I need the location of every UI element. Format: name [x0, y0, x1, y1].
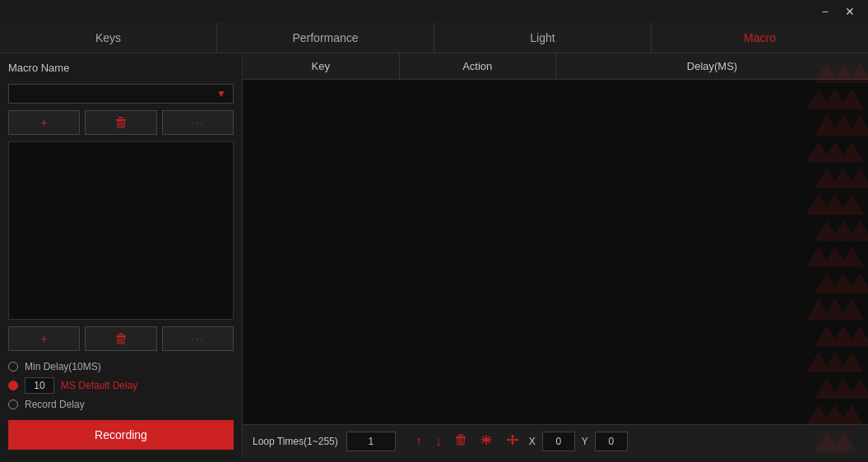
svg-rect-6: [118, 334, 123, 335]
svg-marker-65: [511, 435, 514, 437]
svg-marker-21: [839, 141, 864, 162]
chevron-down-icon[interactable]: ▼: [216, 88, 226, 99]
col-header-key: Key: [243, 53, 400, 79]
record-delay-radio[interactable]: [8, 400, 18, 409]
svg-marker-38: [806, 299, 831, 320]
svg-marker-35: [815, 273, 839, 293]
svg-marker-67: [507, 438, 509, 441]
loop-times-label: Loop Times(1~255): [253, 436, 338, 447]
table-header: Key Action Delay(MS): [243, 53, 868, 80]
record-delay-row[interactable]: Record Delay: [8, 399, 234, 410]
svg-marker-50: [806, 404, 831, 425]
svg-marker-66: [511, 442, 514, 445]
add-step-button[interactable]: +: [8, 326, 80, 351]
svg-marker-33: [839, 247, 864, 267]
svg-marker-28: [831, 220, 856, 241]
add-macro-button[interactable]: +: [8, 110, 80, 135]
ms-default-delay-row: MS Default Delay: [8, 377, 234, 394]
recording-button[interactable]: Recording: [8, 420, 234, 450]
y-input[interactable]: [595, 432, 628, 451]
tab-performance[interactable]: Performance: [217, 23, 434, 53]
col-header-action: Action: [400, 53, 557, 79]
macro-list: [8, 141, 234, 320]
close-button[interactable]: ✕: [840, 3, 860, 20]
svg-marker-39: [839, 299, 864, 320]
table-body: [243, 80, 868, 424]
svg-marker-32: [806, 247, 831, 267]
loop-times-input[interactable]: [346, 432, 396, 451]
main-content: Macro Name ▼ + ··· +: [0, 53, 868, 458]
svg-marker-19: [823, 141, 847, 162]
svg-marker-43: [823, 352, 847, 372]
min-delay-row[interactable]: Min Delay(10MS): [8, 361, 234, 372]
delay-section: Min Delay(10MS) MS Default Delay Record …: [8, 361, 234, 410]
edit-icon-button[interactable]: [476, 432, 496, 450]
x-label: X: [529, 436, 536, 447]
svg-marker-37: [823, 299, 847, 320]
svg-marker-46: [831, 378, 856, 399]
svg-marker-23: [815, 168, 839, 188]
svg-marker-51: [839, 404, 864, 425]
svg-marker-42: [847, 326, 868, 346]
svg-marker-47: [815, 378, 839, 399]
delay-value-input[interactable]: [25, 377, 54, 394]
macro-name-label: Macro Name: [8, 62, 234, 74]
svg-marker-34: [831, 273, 856, 293]
x-input[interactable]: [542, 432, 575, 451]
decorative-pattern: [740, 53, 868, 458]
left-panel: Macro Name ▼ + ··· +: [0, 53, 243, 458]
title-bar: − ✕: [0, 0, 868, 23]
record-delay-label: Record Delay: [25, 399, 85, 410]
svg-marker-48: [847, 378, 868, 399]
nav-tabs: Keys Performance Light Macro: [0, 23, 868, 53]
svg-rect-55: [458, 435, 463, 437]
tab-keys[interactable]: Keys: [0, 23, 217, 53]
macro-name-row: ▼: [8, 84, 234, 104]
svg-marker-31: [823, 247, 847, 267]
more-step-button[interactable]: ···: [162, 326, 234, 351]
move-up-button[interactable]: ↑: [412, 432, 425, 450]
svg-marker-45: [839, 352, 864, 372]
svg-marker-49: [823, 404, 847, 425]
svg-marker-25: [823, 194, 847, 215]
min-delay-radio[interactable]: [8, 362, 18, 372]
svg-marker-15: [839, 89, 864, 109]
ms-default-delay-label: MS Default Delay: [61, 380, 137, 391]
svg-marker-13: [823, 89, 847, 109]
svg-marker-36: [847, 273, 868, 293]
svg-marker-40: [831, 326, 856, 346]
svg-rect-1: [118, 118, 123, 119]
move-down-button[interactable]: ↓: [432, 432, 445, 450]
bottom-icons: ↑ ↓: [412, 432, 628, 451]
svg-marker-27: [839, 194, 864, 215]
svg-marker-30: [847, 220, 868, 241]
col-header-delay: Delay(MS): [556, 53, 868, 79]
y-label: Y: [582, 436, 588, 447]
delete-step-button[interactable]: [85, 326, 156, 351]
svg-marker-22: [831, 168, 856, 188]
macro-name-input[interactable]: [16, 88, 216, 99]
delete-macro-button[interactable]: [85, 110, 156, 135]
more-macro-button[interactable]: ···: [162, 110, 234, 135]
svg-marker-17: [815, 115, 839, 136]
svg-marker-16: [831, 115, 856, 136]
svg-marker-20: [806, 141, 831, 162]
delete-item-button[interactable]: [452, 432, 470, 450]
svg-marker-14: [806, 89, 831, 109]
right-panel: Key Action Delay(MS): [243, 53, 868, 458]
tab-macro[interactable]: Macro: [652, 23, 868, 53]
bottom-bar: Loop Times(1~255) ↑ ↓: [243, 424, 868, 458]
svg-marker-41: [815, 326, 839, 346]
move-icon-button[interactable]: [503, 432, 522, 450]
svg-marker-29: [815, 220, 839, 241]
min-delay-label: Min Delay(10MS): [25, 361, 101, 372]
title-bar-controls: − ✕: [817, 3, 860, 20]
minimize-button[interactable]: −: [817, 3, 833, 20]
svg-marker-26: [806, 194, 831, 215]
ms-default-delay-radio[interactable]: [8, 381, 18, 390]
svg-marker-24: [847, 168, 868, 188]
svg-marker-68: [516, 438, 518, 441]
svg-marker-18: [847, 115, 868, 136]
bottom-btn-row: + ···: [8, 326, 234, 351]
tab-light[interactable]: Light: [434, 23, 652, 53]
